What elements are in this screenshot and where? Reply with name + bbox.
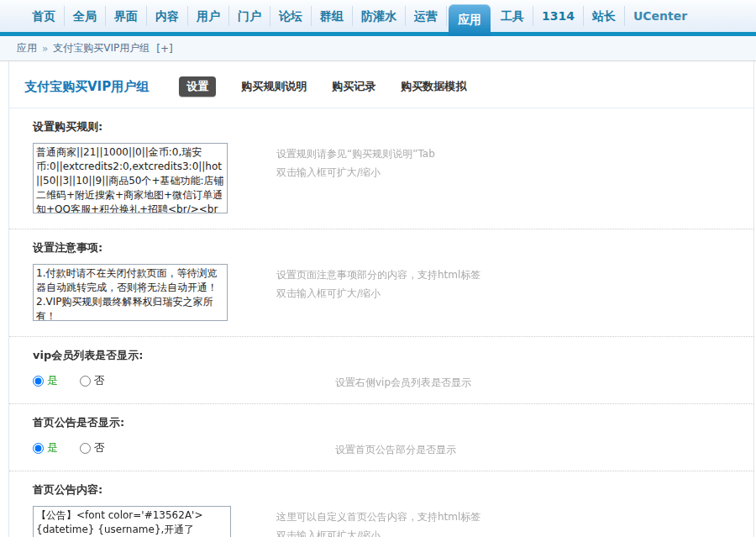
nav-item-operation[interactable]: 运营 — [406, 6, 447, 26]
top-navigation: 首页 全局 界面 内容 用户 门户 论坛 群组 防灌水 运营 应用 工具 131… — [0, 0, 756, 32]
announcement-yes-radio[interactable] — [33, 443, 44, 454]
breadcrumb-root[interactable]: 应用 — [17, 41, 37, 55]
tab-purchase-record[interactable]: 购买记录 — [332, 79, 375, 94]
nav-item-tools[interactable]: 工具 — [492, 6, 533, 26]
vip-list-visible-radio-group: 是 否 — [33, 371, 335, 388]
nav-item-portal[interactable]: 门户 — [229, 6, 270, 26]
section-announcement-content: 首页公告内容: 【公告】<font color='#13562A'> {date… — [9, 471, 753, 537]
announcement-no-option[interactable]: 否 — [80, 440, 105, 455]
nav-item-antispam[interactable]: 防灌水 — [353, 6, 406, 26]
announcement-content-hint: 这里可以自定义首页公告内容，支持html标签 双击输入框可扩大/缩小 — [276, 506, 480, 537]
section-purchase-rules: 设置购买规则: 普通商家||21||1000||0||金币:0,瑞安币:0||e… — [9, 108, 753, 229]
breadcrumb-current: 支付宝购买VIP用户组 — [53, 41, 150, 55]
breadcrumb-separator: » — [42, 43, 48, 55]
breadcrumb: 应用 » 支付宝购买VIP用户组 [+] — [0, 36, 756, 61]
main-content: 支付宝购买VIP用户组 设置 购买规则说明 购买记录 购买数据模拟 设置购买规则… — [8, 61, 754, 537]
vip-list-yes-radio[interactable] — [33, 376, 44, 387]
announcement-content-textarea[interactable]: 【公告】<font color='#13562A'> {datetime} {u… — [33, 506, 231, 537]
vip-list-yes-option[interactable]: 是 — [33, 373, 58, 388]
announcement-content-label: 首页公告内容: — [33, 482, 738, 498]
vip-list-no-option[interactable]: 否 — [80, 373, 105, 388]
notes-label: 设置注意事项: — [33, 240, 738, 255]
notes-hint: 设置页面注意事项部分的内容，支持html标签 双击输入框可扩大/缩小 — [276, 264, 480, 303]
section-announcement-visible: 首页公告是否显示: 是 否 设置首页公告部分是否显示 — [9, 404, 753, 471]
announcement-visible-radio-group: 是 否 — [33, 439, 335, 455]
nav-item-interface[interactable]: 界面 — [106, 6, 147, 26]
vip-list-visible-label: vip会员列表是否显示: — [33, 348, 738, 363]
nav-item-global[interactable]: 全局 — [65, 6, 106, 26]
accent-bar — [0, 32, 756, 36]
tab-purchase-rules[interactable]: 购买规则说明 — [241, 79, 307, 94]
announcement-yes-option[interactable]: 是 — [33, 440, 58, 455]
nav-item-groups[interactable]: 群组 — [312, 6, 353, 26]
announcement-visible-hint: 设置首页公告部分是否显示 — [335, 439, 456, 459]
nav-item-apps[interactable]: 应用 — [449, 4, 491, 36]
nav-item-ucenter[interactable]: UCenter — [625, 6, 696, 26]
nav-item-forum[interactable]: 论坛 — [270, 6, 312, 26]
page-title: 支付宝购买VIP用户组 — [24, 79, 149, 95]
nav-item-admin[interactable]: 站长 — [584, 6, 625, 26]
nav-item-users[interactable]: 用户 — [188, 6, 229, 26]
section-vip-list-visible: vip会员列表是否显示: 是 否 设置右侧vip会员列表是否显示 — [9, 337, 753, 404]
vip-list-no-radio[interactable] — [80, 376, 91, 387]
purchase-rules-label: 设置购买规则: — [33, 119, 738, 134]
purchase-rules-hint: 设置规则请参见“购买规则说明”Tab 双击输入框可扩大/缩小 — [276, 143, 435, 182]
tab-bar: 设置 购买规则说明 购买记录 购买数据模拟 — [179, 76, 466, 97]
page-header: 支付宝购买VIP用户组 设置 购买规则说明 购买记录 购买数据模拟 — [9, 61, 753, 108]
announcement-no-radio[interactable] — [80, 443, 91, 454]
nav-item-1314[interactable]: 1314 — [533, 6, 584, 26]
vip-list-visible-hint: 设置右侧vip会员列表是否显示 — [335, 371, 471, 392]
section-notes: 设置注意事项: 1.付款时请不在关闭付款页面，等待浏览器自动跳转完成，否则将无法… — [9, 229, 753, 337]
breadcrumb-expand-toggle[interactable]: [+] — [156, 43, 172, 55]
tab-settings[interactable]: 设置 — [179, 76, 216, 97]
notes-textarea[interactable]: 1.付款时请不在关闭付款页面，等待浏览器自动跳转完成，否则将无法自动开通！ 2.… — [33, 264, 228, 321]
purchase-rules-textarea[interactable]: 普通商家||21||1000||0||金币:0,瑞安币:0||extcredit… — [33, 143, 228, 213]
nav-item-content[interactable]: 内容 — [147, 6, 188, 26]
tab-data-simulation[interactable]: 购买数据模拟 — [401, 79, 466, 94]
nav-item-home[interactable]: 首页 — [24, 6, 65, 26]
announcement-visible-label: 首页公告是否显示: — [33, 415, 738, 430]
